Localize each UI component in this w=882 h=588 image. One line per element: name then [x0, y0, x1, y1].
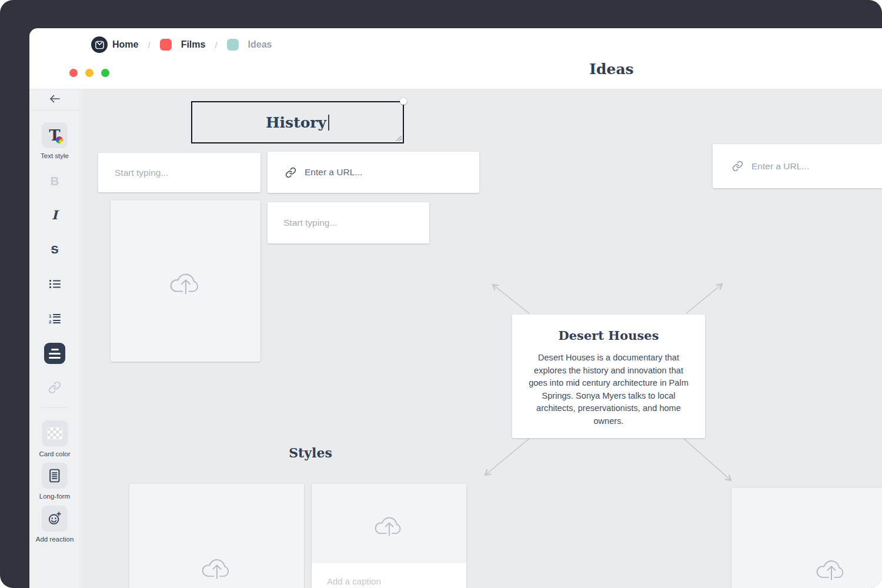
collapse-sidebar-button[interactable] [49, 94, 61, 103]
text-card-placeholder: Start typing... [283, 218, 337, 228]
milanote-logo-icon [95, 40, 105, 50]
back-arrow-icon [49, 94, 61, 103]
card-color-button[interactable]: Card color [39, 420, 70, 457]
link-icon [48, 381, 61, 394]
films-board-icon [160, 39, 172, 51]
desert-houses-title: Desert Houses [512, 328, 705, 343]
strikethrough-button[interactable]: S [51, 244, 59, 255]
strikethrough-icon: S [51, 244, 59, 255]
breadcrumb-separator: / [148, 40, 150, 50]
bullet-list-button[interactable] [48, 279, 61, 289]
link-card-placeholder: Enter a URL... [751, 161, 809, 172]
upload-cloud-icon [373, 510, 406, 537]
sidebar-divider [29, 110, 80, 111]
page-title: Ideas [553, 61, 670, 78]
bullet-list-icon [48, 279, 61, 289]
toolbar-sidebar: T Text style B I S 1 [29, 89, 81, 588]
color-wheel-icon [56, 136, 63, 143]
card-color-label: Card color [39, 450, 70, 457]
link-card-empty-2[interactable]: Enter a URL... [713, 144, 882, 188]
image-card-with-caption[interactable]: Add a caption [312, 484, 466, 588]
card-color-icon [47, 427, 62, 439]
image-upload-card-1[interactable] [111, 201, 260, 362]
upload-cloud-icon [200, 552, 234, 580]
caption-field[interactable]: Add a caption [312, 563, 466, 588]
breadcrumb-separator: / [215, 40, 217, 50]
ideas-board-icon [227, 39, 239, 51]
sidebar-divider [42, 407, 68, 408]
history-title-text: History [266, 114, 326, 131]
image-upload-area[interactable] [312, 484, 466, 563]
italic-button[interactable]: I [52, 209, 58, 221]
upload-cloud-icon [168, 266, 203, 296]
link-card-placeholder: Enter a URL... [305, 167, 362, 178]
text-style-button[interactable]: T Text style [41, 122, 69, 159]
breadcrumb-ideas-current: Ideas [248, 39, 272, 50]
paragraph-icon [44, 343, 65, 364]
bold-button[interactable]: B [51, 175, 59, 187]
image-upload-card-2[interactable] [129, 484, 304, 588]
add-reaction-label: Add reaction [36, 536, 74, 543]
window-zoom-button[interactable] [101, 69, 109, 77]
title-card-history-selected[interactable]: History [191, 101, 404, 143]
numbered-list-button[interactable]: 1 2 [48, 313, 61, 325]
desktop-background: Home / Films / Ideas Ideas T Text style … [0, 0, 882, 588]
long-form-label: Long-form [39, 493, 70, 500]
window-close-button[interactable] [69, 69, 78, 77]
window-minimize-button[interactable] [85, 69, 93, 77]
note-card-desert-houses[interactable]: Desert Houses Desert Houses is a documen… [512, 315, 705, 438]
desert-houses-body: Desert Houses is a documentary that expl… [512, 352, 705, 428]
breadcrumb-home[interactable]: Home [112, 39, 138, 50]
long-form-icon [48, 469, 61, 483]
text-card-tool-active[interactable] [44, 343, 65, 364]
text-style-label: Text style [41, 152, 69, 159]
link-card-empty-1[interactable]: Enter a URL... [268, 152, 479, 193]
milanote-logo[interactable] [91, 36, 108, 53]
add-reaction-icon [48, 512, 62, 526]
bold-icon: B [51, 175, 59, 187]
link-icon [732, 161, 743, 172]
breadcrumb-films[interactable]: Films [181, 39, 206, 50]
svg-text:2: 2 [49, 319, 52, 325]
upload-cloud-icon [814, 553, 848, 582]
connector-handle[interactable] [400, 98, 407, 105]
italic-icon: I [52, 209, 58, 221]
text-card-empty-2[interactable]: Start typing... [268, 202, 429, 243]
resize-handle-icon[interactable] [396, 135, 402, 141]
text-card-placeholder: Start typing... [115, 168, 168, 178]
image-upload-card-3[interactable] [731, 488, 882, 588]
add-reaction-button[interactable]: Add reaction [36, 506, 74, 543]
text-card-empty-1[interactable]: Start typing... [98, 153, 260, 192]
numbered-list-icon: 1 2 [48, 313, 61, 325]
link-button-disabled[interactable] [48, 381, 61, 394]
title-card-styles[interactable]: Styles [269, 445, 352, 460]
caption-placeholder: Add a caption [327, 576, 381, 586]
long-form-button[interactable]: Long-form [39, 463, 70, 500]
text-cursor [328, 115, 329, 131]
link-icon [285, 167, 296, 178]
breadcrumb: Home / Films / Ideas [112, 39, 272, 51]
svg-text:1: 1 [49, 313, 52, 319]
